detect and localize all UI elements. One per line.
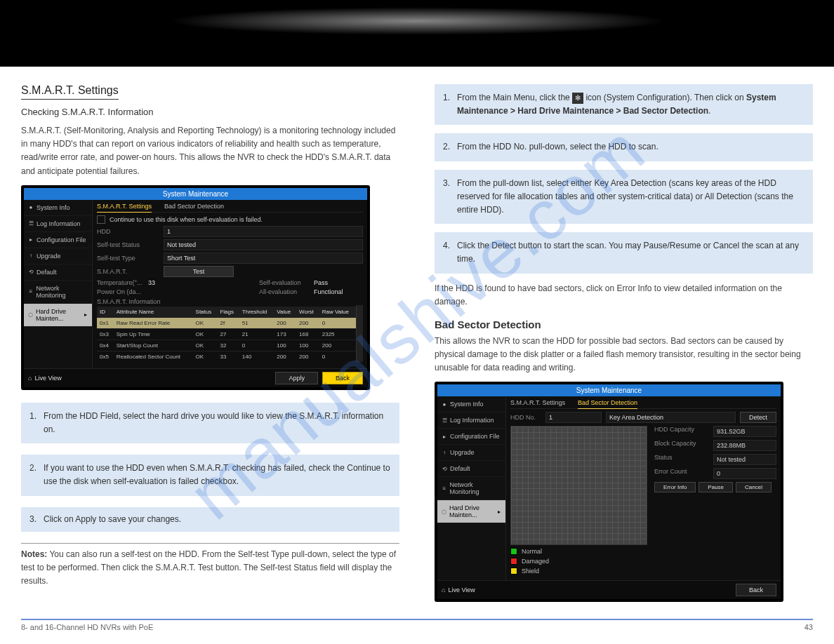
- sidebar-item-default[interactable]: ⟲Default: [24, 264, 92, 281]
- selfeval-label: Self-evaluation: [259, 279, 312, 286]
- cell: 200: [296, 351, 319, 362]
- tab-bad-sector[interactable]: Bad Sector Detection: [164, 203, 224, 210]
- sidebar-item-hdd-maint[interactable]: ◌Hard Drive Mainten...▸: [437, 500, 505, 523]
- cell: 200: [319, 340, 356, 351]
- page-footer: 8- and 16-Channel HD NVRs with PoE 43: [21, 619, 813, 631]
- sidebar-item-upgrade[interactable]: ↑Upgrade: [24, 248, 92, 264]
- sidebar-item-config-file[interactable]: ▸Configuration File: [437, 429, 505, 445]
- log-icon: ☰: [442, 417, 447, 424]
- cell: Reallocated Sector Count: [114, 351, 193, 362]
- scrollbar[interactable]: [356, 305, 363, 362]
- sidebar-label: Configuration File: [37, 236, 86, 243]
- smart-sidebar: ●System Info ☰Log Information ▸Configura…: [24, 200, 93, 368]
- step-num: 1.: [29, 410, 39, 436]
- hdd-no-label: HDD No.: [510, 414, 545, 421]
- smart-section-title: S.M.A.R.T. Settings: [21, 84, 119, 100]
- test-button[interactable]: Test: [164, 266, 234, 277]
- top-banner: [0, 0, 834, 67]
- cell: 140: [239, 351, 274, 362]
- left-column: S.M.A.R.T. Settings Checking S.M.A.R.T. …: [21, 84, 399, 602]
- sidebar-label: Network Monitoring: [37, 285, 88, 299]
- cancel-button[interactable]: Cancel: [736, 482, 772, 492]
- table-row[interactable]: 0x4Start/Stop CountOK320100100200: [97, 340, 356, 351]
- hdd-select[interactable]: 1: [164, 226, 363, 237]
- apply-button[interactable]: Apply: [275, 372, 318, 384]
- cell: 200: [296, 317, 319, 328]
- back-button[interactable]: Back: [736, 584, 776, 596]
- table-row[interactable]: 0x3Spin Up TimeOK27211731682325: [97, 328, 356, 340]
- swatch-shield-icon: [510, 568, 517, 575]
- cell: 168: [296, 328, 319, 340]
- info-icon: ●: [28, 204, 34, 210]
- tab-bad-sector[interactable]: Bad Sector Detection: [578, 399, 637, 409]
- error-info-button[interactable]: Error Info: [654, 482, 696, 492]
- sidebar-item-config-file[interactable]: ▸Configuration File: [24, 232, 92, 248]
- swatch-damaged-icon: [510, 558, 517, 565]
- live-view-link[interactable]: ⌂Live View: [28, 375, 62, 382]
- th-status: Status: [193, 307, 218, 318]
- live-view-label: Live View: [448, 586, 475, 593]
- sidebar-item-hdd-maint[interactable]: ◌Hard Drive Mainten...▸: [24, 304, 92, 327]
- cell: OK: [193, 328, 218, 340]
- back-button[interactable]: Back: [322, 372, 363, 384]
- alleval-value: Functional: [314, 288, 363, 295]
- cell: 200: [274, 317, 296, 328]
- cell: 0: [239, 340, 274, 351]
- sector-map: [510, 426, 647, 545]
- table-row[interactable]: 0x1Raw Read Error RateOK2f512002000: [97, 317, 356, 328]
- th-flags: Flags: [217, 307, 239, 318]
- pause-button[interactable]: Pause: [699, 482, 733, 492]
- hdd-no-select[interactable]: 1: [545, 412, 602, 423]
- live-view-link[interactable]: ⌂Live View: [442, 586, 475, 593]
- step-text: From the pull-down list, select either K…: [457, 177, 805, 217]
- error-count-label: Error Count: [654, 468, 710, 479]
- cell: OK: [193, 317, 218, 328]
- tab-smart-settings[interactable]: S.M.A.R.T. Settings: [510, 399, 565, 406]
- smart-desc: S.M.A.R.T. (Self-Monitoring, Analysis an…: [21, 124, 399, 178]
- temp-label: Temperature(°...: [97, 279, 146, 286]
- legend-damaged: Damaged: [522, 558, 549, 565]
- sidebar-item-upgrade[interactable]: ↑Upgrade: [437, 445, 505, 461]
- sidebar-item-system-info[interactable]: ●System Info: [24, 200, 92, 216]
- legend-shield: Shield: [522, 568, 539, 575]
- upgrade-icon: ↑: [442, 450, 447, 456]
- chevron-icon: ▸: [28, 236, 34, 243]
- step-text: Click on Apply to save your changes.: [44, 513, 181, 526]
- sidebar-item-log-info[interactable]: ☰Log Information: [437, 412, 505, 429]
- tab-smart-settings[interactable]: S.M.A.R.T. Settings: [97, 203, 152, 213]
- sidebar-item-log-info[interactable]: ☰Log Information: [24, 216, 92, 232]
- smart-subtitle: Checking S.M.A.R.T. Information: [21, 107, 399, 117]
- notes-heading: Notes:: [21, 549, 47, 559]
- selftest-type-select[interactable]: Short Test: [164, 253, 363, 264]
- sidebar-item-default[interactable]: ⟲Default: [437, 461, 505, 477]
- cell: OK: [193, 351, 218, 362]
- hdd-icon: ◌: [442, 509, 446, 515]
- table-row[interactable]: 0x5Reallocated Sector CountOK33140200200…: [97, 351, 356, 362]
- sidebar-item-network-monitoring[interactable]: ≡Network Monitoring: [437, 477, 505, 500]
- sidebar-item-system-info[interactable]: ●System Info: [437, 396, 505, 412]
- sidebar-item-network-monitoring[interactable]: ≡Network Monitoring: [24, 281, 92, 304]
- th-value: Value: [274, 307, 296, 318]
- selfeval-value: Pass: [314, 279, 363, 286]
- detect-type-select[interactable]: Key Area Detection: [606, 412, 736, 423]
- checkbox-icon[interactable]: [97, 215, 105, 224]
- log-icon: ☰: [28, 220, 34, 227]
- th-worst: Worst: [296, 307, 319, 318]
- upgrade-icon: ↑: [28, 253, 34, 259]
- step-num: 3.: [29, 513, 39, 526]
- continue-checkbox-row[interactable]: Continue to use this disk when self-eval…: [97, 215, 363, 224]
- cell: 27: [217, 328, 239, 340]
- swatch-normal-icon: [510, 548, 517, 555]
- network-icon: ≡: [442, 485, 447, 492]
- cell: 0x1: [97, 317, 114, 328]
- detect-button[interactable]: Detect: [740, 412, 776, 423]
- cell: OK: [193, 340, 218, 351]
- step-text: From the HDD No. pull-down, select the H…: [457, 140, 658, 154]
- alleval-label: All-evaluation: [259, 288, 312, 295]
- cell: 100: [296, 340, 319, 351]
- bs-main-panel: S.M.A.R.T. Settings Bad Sector Detection…: [506, 396, 781, 580]
- chevron-right-icon: ▸: [497, 509, 501, 515]
- live-view-label: Live View: [34, 375, 61, 382]
- sidebar-label: Hard Drive Mainten...: [449, 504, 494, 518]
- th-raw: Raw Value: [319, 307, 356, 318]
